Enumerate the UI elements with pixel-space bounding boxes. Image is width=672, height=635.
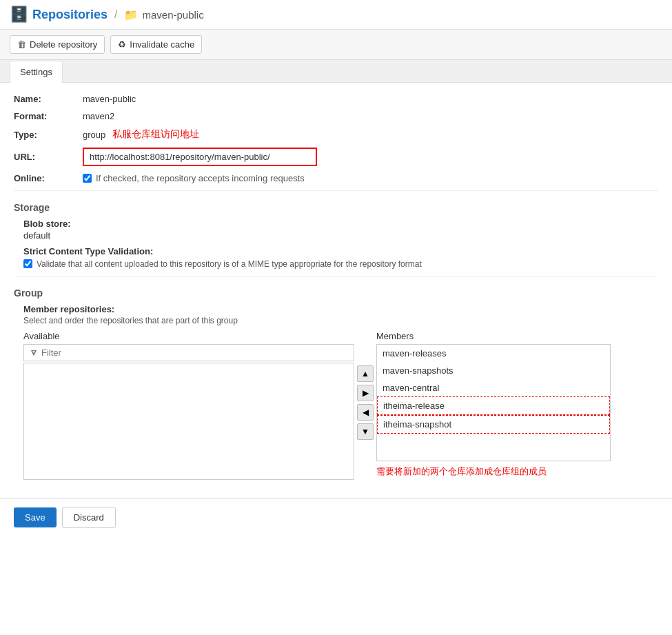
list-item[interactable]: maven-snapshots <box>377 362 610 379</box>
trash-icon: 🗑 <box>17 39 26 50</box>
footer: Save Discard <box>0 498 672 536</box>
type-value: group <box>83 130 105 140</box>
filter-icon: ⛛ <box>30 347 39 358</box>
url-row <box>83 148 658 166</box>
toolbar: 🗑 Delete repository ♻ Invalidate cache <box>0 30 672 60</box>
group-title: Group <box>14 288 658 300</box>
storage-section: Storage Blob store: default Strict Conte… <box>14 202 658 269</box>
online-checkbox-text: If checked, the repository accepts incom… <box>96 173 305 183</box>
repos-columns: Available ⛛ ▲ ▶ ◀ ▼ <box>23 331 658 480</box>
url-input[interactable] <box>83 148 317 166</box>
strict-label: Strict Content Type Validation: <box>23 246 658 256</box>
format-value: maven2 <box>83 111 658 121</box>
list-item[interactable]: itheima-release <box>377 396 610 415</box>
breadcrumb-separator: / <box>114 8 117 21</box>
discard-button[interactable]: Discard <box>62 507 116 528</box>
available-list <box>23 363 354 480</box>
strict-checkbox[interactable] <box>23 259 32 268</box>
list-item[interactable]: itheima-snapshot <box>377 415 610 434</box>
delete-repository-button[interactable]: 🗑 Delete repository <box>10 35 105 54</box>
move-up-button[interactable]: ▲ <box>357 365 374 382</box>
db-icon: 🗄️ <box>10 6 28 23</box>
save-button[interactable]: Save <box>14 507 57 527</box>
repo-name: maven-public <box>142 9 203 21</box>
filter-box: ⛛ <box>23 344 354 361</box>
type-row: group 私服仓库组访问地址 <box>83 128 658 141</box>
list-item[interactable]: maven-releases <box>377 345 610 362</box>
basic-fields: Name: maven-public Format: maven2 Type: … <box>14 94 658 183</box>
storage-title: Storage <box>14 202 658 214</box>
invalidate-cache-button[interactable]: ♻ Invalidate cache <box>110 35 202 54</box>
online-row: If checked, the repository accepts incom… <box>83 173 658 183</box>
move-right-button[interactable]: ▶ <box>357 385 374 401</box>
strict-checkbox-text: Validate that all content uploaded to th… <box>37 259 422 269</box>
name-label: Name: <box>14 94 83 104</box>
strict-row: Validate that all content uploaded to th… <box>23 258 658 269</box>
invalidate-icon: ♻ <box>118 39 126 50</box>
repo-icon: 📁 <box>124 8 138 21</box>
url-label: URL: <box>14 152 83 162</box>
tab-settings[interactable]: Settings <box>10 61 63 83</box>
member-repos-hint: Select and order the repositories that a… <box>23 316 658 325</box>
header: 🗄️ Repositories / 📁 maven-public <box>0 0 672 30</box>
group-section: Group Member repositories: Select and or… <box>14 288 658 480</box>
available-label: Available <box>23 331 354 341</box>
member-repos-label: Member repositories: <box>23 304 658 314</box>
tabs-bar: Settings <box>0 60 672 83</box>
move-left-button[interactable]: ◀ <box>357 404 374 421</box>
online-checkbox[interactable] <box>83 174 92 183</box>
name-value: maven-public <box>83 94 658 104</box>
move-down-button[interactable]: ▼ <box>357 423 374 440</box>
list-item[interactable]: maven-central <box>377 379 610 396</box>
available-col: Available ⛛ <box>23 331 354 480</box>
filter-input[interactable] <box>41 347 348 358</box>
members-col: Members maven-releasesmaven-snapshotsmav… <box>376 331 611 478</box>
type-annotation: 私服仓库组访问地址 <box>112 128 199 141</box>
arrow-col: ▲ ▶ ◀ ▼ <box>354 365 376 440</box>
format-label: Format: <box>14 111 83 121</box>
blob-store-label: Blob store: <box>23 219 658 229</box>
settings-content: Name: maven-public Format: maven2 Type: … <box>0 83 672 491</box>
members-annotation: 需要将新加的两个仓库添加成仓库组的成员 <box>376 465 611 478</box>
online-label: Online: <box>14 173 83 183</box>
members-label: Members <box>376 331 611 341</box>
members-list: maven-releasesmaven-snapshotsmaven-centr… <box>376 344 611 461</box>
repositories-link[interactable]: Repositories <box>32 8 108 22</box>
blob-store-value: default <box>23 230 658 241</box>
type-label: Type: <box>14 130 83 140</box>
